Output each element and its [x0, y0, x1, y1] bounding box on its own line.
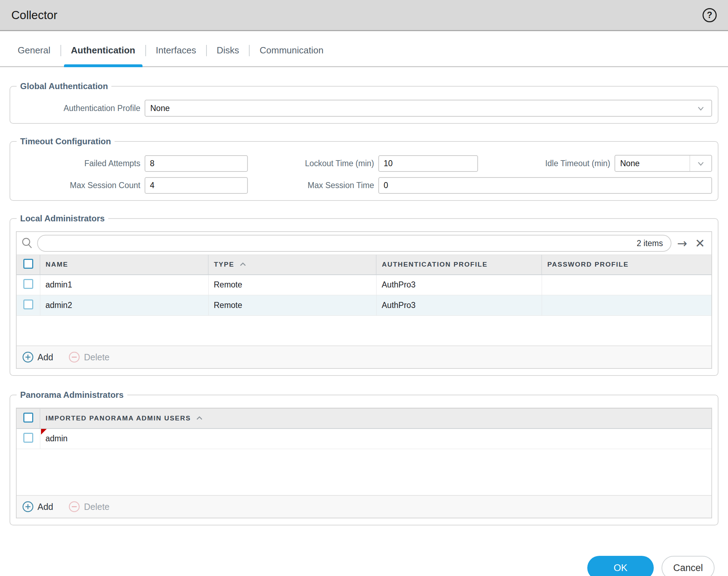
table-row[interactable]: admin2 Remote AuthPro3 [17, 295, 711, 316]
cell-authentication-profile: AuthPro3 [376, 275, 542, 295]
authentication-profile-select[interactable]: None [145, 100, 712, 117]
dialog-actions: OK Cancel [0, 556, 728, 576]
select-all-checkbox[interactable] [23, 259, 33, 269]
select-all-header [17, 255, 40, 275]
lockout-time-field[interactable] [378, 155, 478, 172]
search-icon [21, 237, 34, 250]
panorama-administrators-section: Panorama Administrators IMPORTED PANORAM… [10, 390, 718, 525]
cell-imported-admin-user: admin [40, 429, 711, 449]
add-icon [22, 500, 34, 513]
section-legend: Panorama Administrators [17, 390, 127, 400]
apply-filter-icon[interactable]: → [675, 237, 689, 249]
dialog-header: Collector ? [0, 0, 728, 31]
cell-authentication-profile: AuthPro3 [376, 295, 542, 316]
dialog-title: Collector [11, 8, 57, 22]
delete-icon [68, 351, 81, 363]
row-checkbox[interactable] [23, 433, 33, 443]
table-empty-area [17, 449, 711, 495]
help-icon[interactable]: ? [703, 8, 717, 22]
tab-interfaces[interactable]: Interfaces [146, 35, 206, 66]
row-checkbox[interactable] [23, 299, 33, 309]
add-button[interactable]: Add [22, 500, 53, 513]
authentication-profile-label: Authentication Profile [16, 104, 140, 113]
failed-attempts-label: Failed Attempts [16, 159, 140, 168]
item-count-badge: 2 items [637, 239, 663, 248]
tab-general[interactable]: General [8, 35, 60, 66]
column-header-type[interactable]: TYPE [208, 255, 376, 275]
local-administrators-section: Local Administrators 2 items → ✕ NA [10, 214, 718, 376]
max-session-count-field[interactable] [145, 177, 248, 194]
search-input-pill: 2 items [37, 235, 671, 252]
tab-disks[interactable]: Disks [207, 35, 249, 66]
column-header-authentication-profile[interactable]: AUTHENTICATION PROFILE [376, 255, 542, 275]
section-legend: Global Authentication [17, 81, 111, 91]
cell-name: admin2 [40, 295, 208, 316]
table-toolbar: Add Delete [17, 495, 711, 518]
cell-type: Remote [208, 275, 376, 295]
panorama-administrators-table: IMPORTED PANORAMA ADMIN USERS [17, 408, 711, 449]
sort-ascending-icon [239, 260, 247, 269]
search-input[interactable] [46, 239, 637, 248]
max-session-count-label: Max Session Count [16, 181, 140, 190]
cell-password-profile [542, 295, 711, 316]
max-session-time-label: Max Session Time [252, 181, 374, 190]
tab-communication[interactable]: Communication [250, 35, 333, 66]
max-session-time-field[interactable] [378, 177, 712, 194]
cancel-button[interactable]: Cancel [662, 556, 715, 576]
timeout-configuration-section: Timeout Configuration Failed Attempts Lo… [10, 136, 718, 201]
global-authentication-section: Global Authentication Authentication Pro… [10, 81, 718, 124]
idle-timeout-label: Idle Timeout (min) [482, 159, 610, 168]
table-row[interactable]: admin [17, 429, 711, 449]
delete-button[interactable]: Delete [68, 351, 109, 363]
select-all-checkbox[interactable] [23, 413, 33, 423]
chevron-down-icon [690, 100, 711, 116]
section-legend: Timeout Configuration [17, 136, 115, 146]
table-empty-area [17, 316, 711, 345]
table-search-bar: 2 items → ✕ [17, 232, 711, 255]
ok-button[interactable]: OK [587, 556, 654, 576]
cell-type: Remote [208, 295, 376, 316]
delete-button[interactable]: Delete [68, 500, 109, 513]
cell-name: admin1 [40, 275, 208, 295]
local-administrators-table: NAME TYPE AUTHENTICATION PROFILE PASSWOR… [17, 255, 711, 316]
idle-timeout-value: None [620, 159, 640, 168]
failed-attempts-field[interactable] [145, 155, 248, 172]
column-header-name[interactable]: NAME [40, 255, 208, 275]
column-header-imported-panorama-admin-users[interactable]: IMPORTED PANORAMA ADMIN USERS [40, 409, 711, 429]
delete-icon [68, 500, 81, 513]
idle-timeout-select[interactable]: None [615, 155, 712, 172]
tab-authentication[interactable]: Authentication [61, 35, 145, 66]
clear-filter-icon[interactable]: ✕ [693, 237, 707, 249]
lockout-time-label: Lockout Time (min) [252, 159, 374, 168]
add-button[interactable]: Add [22, 351, 53, 363]
tab-bar: General Authentication Interfaces Disks … [0, 35, 728, 67]
chevron-down-icon [689, 156, 711, 171]
select-all-header [17, 409, 40, 429]
row-checkbox[interactable] [23, 279, 33, 289]
authentication-profile-value: None [150, 104, 170, 113]
column-header-password-profile[interactable]: PASSWORD PROFILE [542, 255, 711, 275]
section-legend: Local Administrators [17, 214, 108, 223]
modified-flag-icon [41, 429, 47, 435]
table-toolbar: Add Delete [17, 345, 711, 368]
table-row[interactable]: admin1 Remote AuthPro3 [17, 275, 711, 295]
sort-ascending-icon [195, 414, 204, 423]
cell-password-profile [542, 275, 711, 295]
add-icon [22, 351, 34, 363]
